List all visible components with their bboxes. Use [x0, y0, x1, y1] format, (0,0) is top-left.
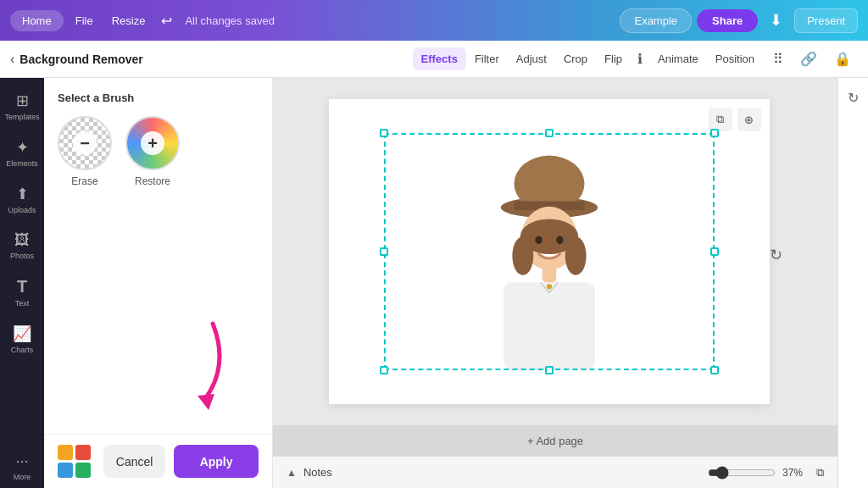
- handle-tr[interactable]: [710, 129, 719, 137]
- handle-ml[interactable]: [380, 247, 388, 256]
- handle-tl[interactable]: [380, 129, 388, 137]
- handle-bl[interactable]: [380, 366, 388, 374]
- adjust-tab[interactable]: Adjust: [508, 47, 555, 70]
- erase-label: Erase: [71, 175, 97, 187]
- panel-title: Background Remover: [19, 53, 142, 66]
- templates-icon: ⊞: [16, 92, 29, 110]
- position-label[interactable]: Position: [707, 47, 763, 70]
- undo-button[interactable]: ↩: [157, 8, 176, 33]
- back-button[interactable]: ‹: [10, 52, 14, 67]
- person-svg: [448, 141, 651, 370]
- top-bar: Home File Resize ↩ All changes saved Exa…: [0, 0, 868, 41]
- sidebar-item-photos[interactable]: 🖼 Photos: [0, 225, 44, 267]
- flip-tab[interactable]: Flip: [596, 47, 631, 70]
- sidebar-item-more[interactable]: ··· More: [0, 446, 44, 488]
- zoom-value: 37%: [782, 467, 810, 479]
- brush-erase[interactable]: − Erase: [58, 116, 112, 187]
- sidebar-item-charts[interactable]: 📈 Charts: [0, 318, 44, 361]
- canvas-add-icon[interactable]: ⊕: [737, 108, 761, 131]
- swatch-blue[interactable]: [58, 463, 73, 478]
- notes-label: Notes: [303, 466, 701, 479]
- restore-label: Restore: [135, 175, 170, 187]
- handle-br[interactable]: [710, 366, 719, 374]
- zoom-slider[interactable]: [708, 466, 776, 480]
- add-page-bar[interactable]: + Add page: [273, 425, 837, 456]
- sidebar-label-uploads: Uploads: [8, 206, 36, 214]
- tool-panel-bottom: Cancel Apply: [44, 434, 272, 488]
- left-sidebar: ⊞ Templates ✦ Elements ⬆ Uploads 🖼 Photo…: [0, 78, 44, 488]
- svg-point-9: [556, 236, 563, 244]
- resize-menu[interactable]: Resize: [105, 10, 153, 31]
- file-menu[interactable]: File: [69, 10, 100, 31]
- lock-icon[interactable]: 🔒: [827, 47, 858, 70]
- cancel-button[interactable]: Cancel: [103, 445, 165, 478]
- sidebar-label-photos: Photos: [10, 252, 34, 260]
- refresh-icon[interactable]: ↻: [843, 85, 864, 111]
- canvas-copy-icon[interactable]: ⧉: [709, 108, 732, 131]
- brush-grid: − Erase + Restore: [58, 116, 259, 187]
- sidebar-label-charts: Charts: [11, 346, 34, 354]
- sidebar-label-more: More: [14, 473, 31, 481]
- more-icon: ···: [15, 452, 28, 470]
- notes-chevron[interactable]: ▲: [287, 467, 297, 479]
- selected-image[interactable]: [384, 133, 715, 370]
- svg-point-8: [535, 236, 542, 244]
- info-icon[interactable]: ℹ: [631, 47, 649, 70]
- secondary-toolbar: ‹ Background Remover Effects Filter Adju…: [0, 41, 868, 78]
- right-panel: ↻: [837, 78, 868, 488]
- filter-tab[interactable]: Filter: [466, 47, 508, 70]
- sidebar-label-templates: Templates: [4, 113, 39, 121]
- sidebar-item-uploads[interactable]: ⬆ Uploads: [0, 178, 44, 221]
- download-button[interactable]: ⬇: [763, 6, 789, 35]
- svg-rect-10: [542, 266, 556, 282]
- home-button[interactable]: Home: [10, 10, 64, 31]
- swatch-red[interactable]: [75, 445, 91, 460]
- brush-section-title: Select a Brush: [58, 92, 259, 104]
- saved-status: All changes saved: [185, 14, 275, 27]
- apply-button[interactable]: Apply: [174, 445, 259, 478]
- color-swatches: [58, 445, 95, 478]
- share-button[interactable]: Share: [697, 9, 758, 32]
- handle-bc[interactable]: [545, 366, 554, 374]
- sidebar-item-elements[interactable]: ✦ Elements: [0, 131, 44, 175]
- present-button[interactable]: Present: [794, 8, 858, 33]
- swatch-green[interactable]: [75, 463, 91, 478]
- grid-icon[interactable]: ⠿: [766, 47, 790, 70]
- svg-rect-12: [504, 282, 595, 370]
- crop-tab[interactable]: Crop: [555, 47, 596, 70]
- restore-symbol: +: [141, 131, 164, 155]
- canvas-area: ⧉ ⊕: [273, 78, 837, 488]
- erase-circle: −: [58, 116, 112, 170]
- text-icon: T: [17, 277, 27, 297]
- canvas-top-icons: ⧉ ⊕: [709, 108, 761, 131]
- canvas-content: ⧉ ⊕: [273, 78, 837, 425]
- link-icon[interactable]: 🔗: [793, 47, 824, 70]
- svg-point-7: [565, 236, 586, 275]
- animate-tab[interactable]: Animate: [649, 47, 707, 70]
- effects-tab[interactable]: Effects: [413, 47, 466, 70]
- erase-symbol: −: [73, 131, 97, 155]
- uploads-icon: ⬆: [16, 185, 29, 203]
- swatch-orange[interactable]: [58, 445, 73, 460]
- tool-panel-content: Select a Brush − Erase + Restore: [44, 78, 272, 434]
- sidebar-label-elements: Elements: [6, 159, 38, 168]
- elements-icon: ✦: [16, 138, 29, 157]
- example-button[interactable]: Example: [620, 8, 692, 33]
- tool-panel: Select a Brush − Erase + Restore: [44, 78, 273, 488]
- handle-tc[interactable]: [545, 129, 554, 137]
- sidebar-label-text: Text: [15, 299, 30, 308]
- svg-point-13: [546, 284, 551, 289]
- main-layout: ⊞ Templates ✦ Elements ⬆ Uploads 🖼 Photo…: [0, 78, 868, 488]
- rotate-icon[interactable]: ↻: [770, 246, 782, 264]
- brush-restore[interactable]: + Restore: [125, 116, 180, 187]
- notes-bar: ▲ Notes 37% ⧉: [273, 456, 837, 488]
- page-icon[interactable]: ⧉: [816, 466, 824, 480]
- canvas-frame[interactable]: ⧉ ⊕: [329, 99, 770, 404]
- charts-icon: 📈: [13, 324, 31, 343]
- sidebar-item-text[interactable]: T Text: [0, 270, 44, 314]
- handle-mr[interactable]: [710, 247, 719, 256]
- svg-point-6: [512, 236, 533, 275]
- restore-circle: +: [125, 116, 180, 170]
- photos-icon: 🖼: [14, 231, 30, 249]
- sidebar-item-templates[interactable]: ⊞ Templates: [0, 85, 44, 128]
